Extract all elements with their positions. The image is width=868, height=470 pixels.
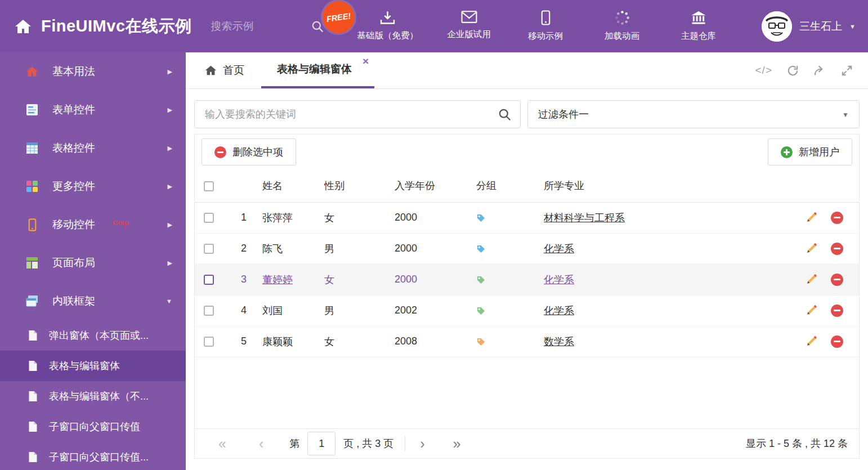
close-icon[interactable]: ×	[363, 56, 369, 66]
source-code-icon[interactable]: </>	[755, 64, 772, 77]
major-link[interactable]: 化学系	[544, 305, 574, 316]
search-icon[interactable]	[311, 20, 324, 33]
chevron-right-icon: ▶	[168, 221, 172, 229]
sidebar-item-page-layout[interactable]: 页面布局 ▶	[0, 244, 186, 282]
major-link[interactable]: 材料科学与工程系	[544, 212, 625, 223]
nav-enterprise-trial[interactable]: 企业版试用	[443, 10, 495, 42]
tab-home[interactable]: 首页	[196, 52, 253, 88]
row-checkbox[interactable]	[204, 244, 214, 254]
search-icon[interactable]	[498, 108, 511, 121]
header-major: 所学专业	[544, 169, 793, 202]
nav-basic-edition[interactable]: FREE! 基础版（免费）	[357, 10, 419, 42]
delete-row-icon[interactable]	[831, 305, 843, 317]
tab-tools: </>	[755, 52, 853, 88]
header-search-input[interactable]	[211, 20, 301, 33]
page-number-input[interactable]	[307, 432, 335, 455]
cell-name: 康颖颖	[247, 326, 324, 357]
major-link[interactable]: 化学系	[544, 243, 574, 254]
delete-selected-button[interactable]: 删除选中项	[202, 138, 296, 165]
avatar	[762, 11, 792, 42]
table-row[interactable]: 5 康颖颖 女 2008 数学系	[195, 326, 859, 357]
sidebar-item-more-controls[interactable]: 更多控件 ▶	[0, 167, 186, 205]
cell-year: 2000	[395, 264, 476, 295]
refresh-icon[interactable]	[786, 64, 799, 77]
table-row[interactable]: 4 刘国 男 2002 化学系	[195, 295, 859, 326]
row-checkbox[interactable]	[204, 275, 214, 285]
nav-label: 加载动画	[605, 30, 639, 42]
chevron-right-icon: ▶	[168, 106, 172, 114]
edit-pencil-icon[interactable]	[806, 274, 817, 285]
tag-icon	[476, 244, 486, 254]
file-icon	[28, 421, 38, 432]
edit-pencil-icon[interactable]	[806, 335, 817, 347]
sidebar-item-form-controls[interactable]: 表单控件 ▶	[0, 91, 186, 129]
data-table: 姓名 性别 入学年份 分组 所学专业 1 张萍萍 女 2000	[195, 169, 859, 357]
filter-dropdown[interactable]: 过滤条件一 ▼	[527, 100, 860, 128]
delete-row-icon[interactable]	[831, 243, 843, 255]
tab-grid-edit-window[interactable]: 表格与编辑窗体 ×	[261, 52, 374, 88]
tag-icon	[476, 306, 486, 316]
mobile-controls-icon	[26, 218, 38, 231]
nav-label: 移动示例	[528, 30, 563, 42]
row-checkbox[interactable]	[204, 337, 214, 347]
table-header-row: 姓名 性别 入学年份 分组 所学专业	[195, 169, 859, 202]
sidebar-item-inline-frame[interactable]: 内联框架 ▼	[0, 282, 186, 320]
row-checkbox[interactable]	[204, 213, 214, 223]
table-row-selected[interactable]: 3 董婷婷 女 2000 化学系	[195, 264, 859, 295]
sidebar-subitem-grid-edit-window-2[interactable]: 表格与编辑窗体（不...	[0, 381, 186, 411]
last-page-button[interactable]: »	[453, 437, 461, 451]
cell-year: 2008	[395, 326, 476, 357]
tag-icon	[476, 213, 486, 223]
envelope-icon	[461, 10, 477, 24]
sidebar-subitem-child-to-parent[interactable]: 子窗口向父窗口传值	[0, 411, 186, 442]
edit-pencil-icon[interactable]	[806, 305, 817, 316]
open-in-new-icon[interactable]	[813, 64, 826, 77]
sidebar-item-table-controls[interactable]: 表格控件 ▶	[0, 129, 186, 167]
row-checkbox[interactable]	[204, 306, 214, 316]
sidebar-item-label: 内联框架	[52, 294, 95, 308]
table-row[interactable]: 2 陈飞 男 2000 化学系	[195, 233, 859, 264]
major-link[interactable]: 化学系	[544, 274, 574, 285]
sidebar-item-basic-usage[interactable]: 基本用法 ▶	[0, 52, 186, 91]
delete-row-icon[interactable]	[831, 274, 843, 286]
keyword-search-input[interactable]	[195, 101, 520, 128]
edit-pencil-icon[interactable]	[806, 243, 817, 254]
row-number: 3	[223, 264, 247, 295]
sidebar-subitem-grid-edit-window[interactable]: 表格与编辑窗体	[0, 351, 186, 381]
header-search	[211, 20, 324, 33]
tag-icon	[476, 337, 486, 347]
cell-year: 2000	[395, 233, 476, 264]
delete-row-icon[interactable]	[831, 335, 843, 348]
brand[interactable]: FineUIMvc在线示例	[15, 15, 192, 38]
nav-label: 企业版试用	[447, 29, 491, 41]
prev-page-button[interactable]: ‹	[259, 437, 263, 451]
row-number: 5	[223, 326, 247, 357]
select-all-checkbox[interactable]	[204, 181, 214, 191]
nav-label: 基础版（免费）	[357, 30, 419, 42]
sidebar-subitem-label: 弹出窗体（本页面或...	[49, 329, 149, 342]
nav-theme-store[interactable]: 主题仓库	[673, 10, 724, 42]
cell-name: 张萍萍	[247, 202, 324, 233]
next-page-button[interactable]: ›	[420, 437, 424, 451]
delete-selected-label: 删除选中项	[232, 145, 283, 159]
sidebar-subitem-popup-window[interactable]: 弹出窗体（本页面或...	[0, 320, 186, 351]
user-menu[interactable]: 三生石上 ▼	[762, 11, 856, 42]
sidebar-subitem-child-to-parent-2[interactable]: 子窗口向父窗口传值...	[0, 442, 186, 470]
cell-gender: 男	[324, 233, 395, 264]
sidebar-item-label: 移动控件	[52, 217, 95, 232]
expand-icon[interactable]	[840, 64, 853, 77]
nav-loading-animation[interactable]: 加载动画	[596, 10, 648, 42]
add-user-button[interactable]: 新增用户	[768, 138, 852, 165]
table-row[interactable]: 1 张萍萍 女 2000 材料科学与工程系	[195, 202, 859, 233]
spinner-icon	[615, 10, 630, 25]
delete-row-icon[interactable]	[831, 212, 843, 224]
frame-icon	[26, 295, 38, 307]
sidebar-item-mobile-controls[interactable]: 移动控件 Corp. ▶	[0, 205, 186, 244]
major-link[interactable]: 数学系	[544, 336, 574, 347]
sidebar-item-label: 更多控件	[52, 179, 95, 194]
nav-mobile-demo[interactable]: 移动示例	[520, 10, 571, 42]
record-summary: 显示 1 - 5 条 , 共 12 条	[746, 437, 848, 450]
edit-pencil-icon[interactable]	[806, 212, 817, 223]
cell-gender: 男	[324, 295, 395, 326]
first-page-button[interactable]: «	[218, 437, 226, 451]
